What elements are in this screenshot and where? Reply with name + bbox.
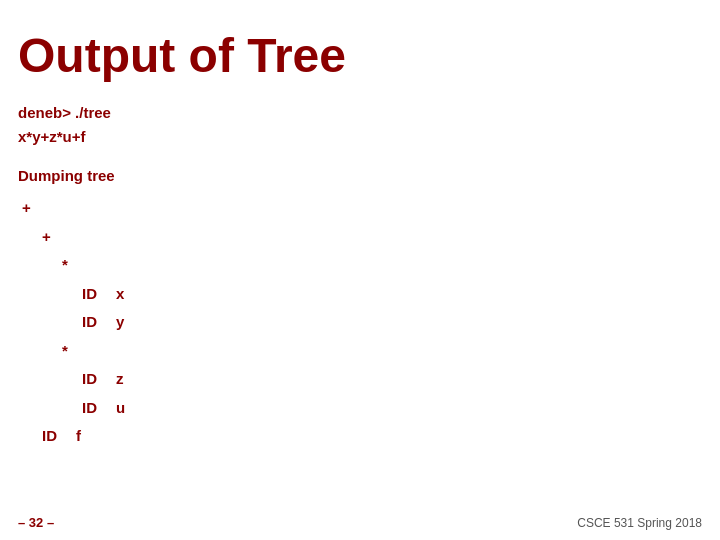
tree-node-label: * — [62, 251, 92, 280]
tree-node-label: ID — [82, 280, 112, 309]
tree-row: * — [22, 251, 702, 280]
page-title: Output of Tree — [0, 0, 720, 93]
tree-node-label: ID — [82, 365, 112, 394]
tree-output: + + * ID x ID y * ID z ID u — [18, 194, 702, 451]
course-info: CSCE 531 Spring 2018 — [577, 516, 702, 530]
tree-node-label: ID — [82, 308, 112, 337]
tree-node-value: y — [116, 308, 124, 337]
tree-node-label: + — [42, 223, 72, 252]
tree-row: ID f — [22, 422, 702, 451]
tree-node-label: * — [62, 337, 92, 366]
tree-row: ID u — [22, 394, 702, 423]
tree-node-value: u — [116, 394, 125, 423]
dumping-label: Dumping tree — [18, 167, 702, 184]
command-line: deneb> ./tree — [18, 101, 702, 125]
tree-node-label: + — [22, 194, 52, 223]
tree-node-label: ID — [42, 422, 72, 451]
tree-node-value: f — [76, 422, 81, 451]
tree-node-value: z — [116, 365, 124, 394]
tree-row: ID y — [22, 308, 702, 337]
tree-row: + — [22, 223, 702, 252]
expression-line: x*y+z*u+f — [18, 125, 702, 149]
tree-row: * — [22, 337, 702, 366]
tree-node-label: ID — [82, 394, 112, 423]
tree-row: ID z — [22, 365, 702, 394]
tree-row: ID x — [22, 280, 702, 309]
page-number: – 32 – — [18, 515, 54, 530]
tree-node-value: x — [116, 280, 124, 309]
tree-row: + — [22, 194, 702, 223]
